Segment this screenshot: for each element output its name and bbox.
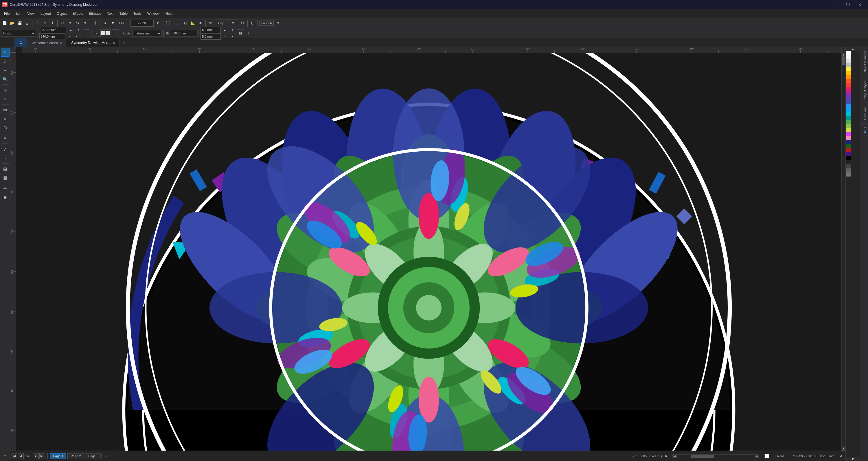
tool-table[interactable]: ▤ [1, 164, 9, 173]
nudge1-up[interactable]: ▲ [221, 28, 228, 31]
color-teal[interactable] [846, 116, 851, 120]
export-button[interactable]: ⇧ [41, 19, 48, 27]
page-last-button[interactable]: ▶| [39, 453, 45, 459]
launch-dropdown[interactable]: ▾ [275, 19, 281, 27]
right-panel-scroll-down[interactable]: ▼ [848, 454, 858, 461]
vscroll-down[interactable]: ▼ [842, 447, 846, 451]
height-up[interactable]: ▲ [66, 35, 73, 38]
menu-help[interactable]: Help [163, 10, 176, 17]
zoom-input[interactable] [130, 20, 154, 27]
page-tab-1[interactable]: Page 1 [50, 453, 66, 459]
tab-hints[interactable]: Hints [860, 123, 868, 138]
import-button[interactable]: ⇩ [34, 19, 41, 27]
full-screen-button[interactable]: ⛶ [164, 19, 171, 27]
pdf-button[interactable]: PDF [117, 19, 127, 27]
menu-text[interactable]: Text [104, 10, 116, 17]
tab-symmetry-close[interactable]: ✕ [113, 41, 115, 44]
nudge-2-input[interactable] [200, 33, 221, 40]
menu-edit[interactable]: Edit [12, 10, 24, 17]
color-white[interactable] [846, 51, 851, 55]
nudge2-down[interactable]: ▼ [229, 35, 236, 38]
menu-table[interactable]: Table [116, 10, 130, 17]
vscroll-track[interactable] [842, 57, 846, 447]
tool-connector[interactable]: ∼ [1, 154, 9, 162]
tool-crop[interactable]: ✂ [1, 66, 9, 75]
units-select[interactable]: millimeters [132, 30, 161, 36]
page-next-button[interactable]: ▶ [33, 453, 39, 459]
tool-rectangle[interactable]: ▭ [1, 105, 9, 114]
width-input[interactable] [41, 27, 67, 33]
tool-curve[interactable]: ∿ [1, 95, 9, 103]
color-deep-purple[interactable] [846, 95, 851, 99]
tool-ellipse[interactable]: ○ [1, 114, 9, 123]
print-button[interactable]: 🖨 [24, 19, 31, 27]
canvas-viewport[interactable]: Ariel Garaza Diaz [16, 53, 841, 451]
color-yellow[interactable] [846, 67, 851, 71]
undo-dropdown[interactable]: ▾ [66, 19, 73, 27]
color-light-blue[interactable] [846, 107, 851, 112]
color-gray2[interactable] [846, 63, 851, 67]
color-dark-green[interactable] [846, 144, 851, 148]
tab-object-manager[interactable]: Object Manager [860, 47, 868, 77]
coord-expand[interactable]: ▶ [663, 452, 670, 460]
menu-bitmaps[interactable]: Bitmaps [86, 10, 104, 17]
ruler-button[interactable]: 📐 [189, 19, 196, 27]
tab-add-button[interactable]: + [120, 39, 128, 47]
tab-symmetry-drawing[interactable]: Symmetry Drawing Mod... ✕ [67, 39, 120, 47]
tool-polygon[interactable]: ⬡ [1, 123, 9, 132]
menu-layout[interactable]: Layout [38, 10, 54, 17]
hscroll-left[interactable]: ◀ [673, 455, 677, 458]
page-settings-button[interactable]: ⚙ [837, 452, 844, 460]
color-dark-gray1[interactable] [846, 164, 851, 168]
page-border-button[interactable]: ⬚ [112, 29, 119, 37]
page-down-button[interactable]: ▼ [110, 19, 116, 27]
open-button[interactable]: 📂 [9, 19, 16, 27]
redo-button[interactable]: ↪ [74, 19, 81, 27]
page-first-button[interactable]: |◀ [11, 453, 18, 459]
color-red[interactable] [846, 83, 851, 87]
maximize-button[interactable]: ❐ [842, 0, 854, 9]
tool-select[interactable]: ↖ [1, 48, 9, 57]
height-input[interactable] [39, 33, 65, 40]
color-dark-blue[interactable] [846, 140, 851, 144]
portrait-button[interactable]: ▯ [83, 29, 90, 37]
tool-eyedropper[interactable]: ✏ [1, 184, 9, 193]
width-down[interactable]: ▼ [75, 28, 82, 31]
color-dark-purple[interactable] [846, 152, 851, 156]
color-cyan[interactable] [846, 112, 851, 116]
grid-button[interactable]: ⊞ [175, 19, 181, 27]
add-object-button[interactable]: + [1, 451, 9, 460]
add-page-button[interactable]: + [245, 29, 252, 37]
color-indigo[interactable] [846, 99, 851, 103]
color-green[interactable] [846, 120, 851, 124]
zoom-dropdown[interactable]: ▾ [154, 19, 161, 27]
tab-envelope[interactable]: Envelope [860, 103, 868, 123]
settings-button[interactable]: ⚙ [239, 19, 246, 27]
color-amber[interactable] [846, 71, 851, 75]
color-magenta[interactable] [846, 132, 851, 136]
height-down[interactable]: ▼ [73, 35, 81, 38]
tool-line[interactable]: ╱ [1, 145, 9, 153]
tab-welcome-screen[interactable]: Welcome Screen ✕ [27, 39, 66, 47]
menu-tools[interactable]: Tools [130, 10, 144, 17]
tab-welcome-close[interactable]: ✕ [60, 41, 62, 44]
vscroll-thumb[interactable] [842, 57, 846, 65]
hscroll-right[interactable]: ▶ [755, 455, 759, 458]
landscape-button[interactable]: ▭ [91, 30, 99, 36]
tool-interactive[interactable]: ⊕ [1, 193, 9, 202]
snap-dropdown[interactable]: ▾ [229, 20, 237, 26]
color-lgray[interactable] [846, 55, 851, 59]
hscroll-thumb[interactable] [691, 455, 714, 458]
page-prev-button[interactable]: ◀ [18, 453, 24, 459]
guidelines-button[interactable]: ⊟ [182, 19, 189, 27]
tool-bitmap[interactable]: ▓ [1, 173, 9, 182]
color-light-green[interactable] [846, 124, 851, 128]
color-gray1[interactable] [846, 59, 851, 63]
scale-button[interactable]: ⊡ [237, 29, 244, 37]
tool-text[interactable]: A [1, 134, 9, 143]
tab-home-icon[interactable]: ⌂ [14, 38, 27, 47]
menu-window[interactable]: Window [144, 10, 163, 17]
view-mode-button[interactable]: 👁 [197, 19, 204, 27]
color-purple[interactable] [846, 91, 851, 95]
page-size-select[interactable]: Custom [1, 30, 36, 36]
